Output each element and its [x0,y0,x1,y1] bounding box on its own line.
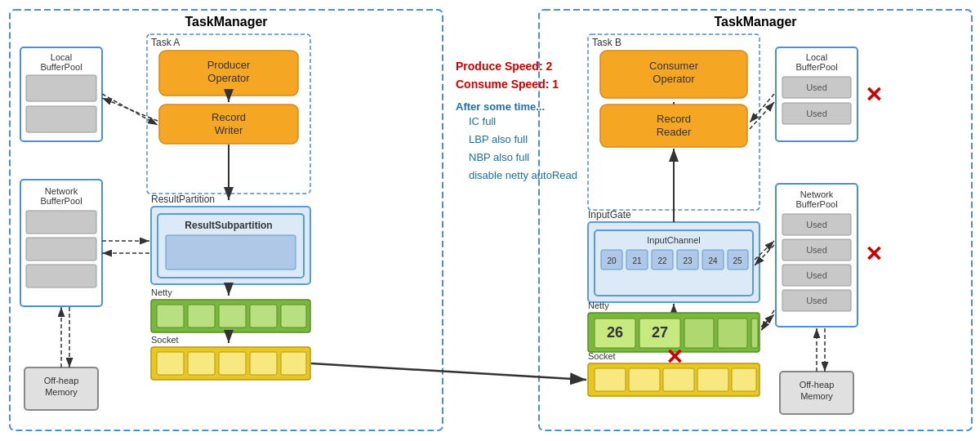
svg-rect-67 [588,222,760,302]
svg-rect-32 [157,352,184,375]
speed-info: Produce Speed: 2 Consume Speed: 1 [456,57,611,94]
svg-rect-117 [782,265,851,286]
svg-rect-85 [588,313,760,352]
consume-speed: Consume Speed: 1 [456,75,611,93]
svg-rect-34 [219,352,246,375]
svg-rect-42 [20,180,102,306]
svg-line-128 [755,241,774,260]
svg-rect-70 [601,250,622,270]
svg-text:Writer: Writer [215,124,243,136]
svg-rect-95 [588,363,760,396]
svg-rect-2 [10,10,443,430]
svg-rect-40 [26,75,96,101]
svg-text:Operator: Operator [653,73,695,85]
svg-text:✕: ✕ [865,82,883,107]
svg-rect-102 [776,47,858,141]
svg-text:Local: Local [806,52,827,62]
svg-text:Record: Record [212,111,246,123]
svg-text:Producer: Producer [207,59,251,71]
svg-rect-72 [626,250,648,270]
svg-text:ResultPartition: ResultPartition [151,194,215,205]
svg-text:27: 27 [652,324,668,341]
svg-rect-80 [728,250,748,270]
svg-text:Memory: Memory [800,391,833,401]
svg-rect-105 [782,77,851,98]
svg-rect-91 [718,318,747,348]
list-item-1: IC full [469,113,611,131]
svg-rect-115 [782,239,851,261]
svg-text:TaskManager: TaskManager [185,15,267,29]
svg-rect-26 [219,305,246,327]
svg-text:BufferPool: BufferPool [40,62,82,72]
svg-text:InputChannel: InputChannel [647,235,700,245]
svg-text:Used: Used [806,220,827,229]
svg-rect-68 [595,230,753,296]
svg-text:Netty: Netty [588,301,609,310]
svg-line-126 [750,102,774,129]
svg-rect-107 [782,103,851,124]
svg-text:23: 23 [683,256,693,265]
svg-rect-16 [151,207,310,284]
produce-speed-label: Produce Speed: [456,60,543,73]
svg-rect-46 [26,238,96,261]
svg-text:InputGate: InputGate [588,209,631,220]
svg-text:Used: Used [806,82,827,92]
svg-text:22: 22 [657,256,667,265]
svg-line-101 [311,363,586,380]
svg-text:25: 25 [733,256,742,265]
svg-text:ResultSubpartition: ResultSubpartition [185,220,272,231]
consume-speed-value: 1 [552,78,559,91]
svg-text:Network: Network [800,189,834,199]
svg-rect-48 [24,368,98,410]
svg-rect-8 [159,51,298,96]
list-item-2: LBP also full [469,131,611,149]
svg-text:Off-heap: Off-heap [44,376,79,385]
svg-rect-57 [588,34,760,210]
list-item-4: disable netty autoRead [469,167,611,185]
svg-rect-97 [629,368,660,391]
svg-text:20: 20 [607,256,617,265]
svg-rect-37 [20,47,102,141]
svg-line-125 [750,94,774,122]
svg-rect-92 [751,318,758,348]
list-item-3: NBP also full [469,149,611,167]
svg-rect-76 [677,250,698,270]
svg-rect-41 [26,106,96,132]
svg-line-51 [102,94,158,125]
svg-text:Operator: Operator [207,72,250,84]
svg-text:Used: Used [806,245,827,255]
svg-rect-122 [780,372,853,414]
svg-rect-27 [250,305,277,327]
svg-text:Netty: Netty [151,287,172,297]
after-list: IC full LBP also full NBP also full disa… [456,113,611,185]
svg-text:✕: ✕ [666,345,684,369]
svg-text:24: 24 [708,256,718,265]
svg-rect-98 [663,368,694,391]
svg-text:Task A: Task A [151,37,180,48]
svg-text:Socket: Socket [588,351,616,361]
svg-rect-47 [26,265,96,287]
svg-rect-88 [639,318,680,348]
svg-rect-78 [702,250,724,270]
svg-rect-96 [595,368,626,391]
svg-text:BufferPool: BufferPool [40,196,82,206]
svg-text:Task B: Task B [592,37,621,48]
svg-rect-113 [782,214,851,235]
svg-line-127 [755,245,774,265]
svg-text:21: 21 [632,256,642,265]
svg-rect-24 [157,305,184,327]
svg-rect-74 [652,250,673,270]
svg-rect-33 [188,352,215,375]
svg-rect-86 [595,318,635,348]
svg-rect-99 [697,368,728,391]
svg-text:Memory: Memory [45,387,78,397]
svg-rect-45 [26,211,96,234]
svg-text:Off-heap: Off-heap [800,380,835,390]
svg-line-129 [761,310,774,331]
svg-rect-19 [166,235,296,270]
produce-speed-value: 2 [546,60,552,73]
svg-text:Reader: Reader [657,126,692,138]
svg-text:Socket: Socket [151,335,179,345]
info-panel: Produce Speed: 2 Consume Speed: 1 After … [456,57,611,185]
svg-text:Consumer: Consumer [649,60,699,72]
